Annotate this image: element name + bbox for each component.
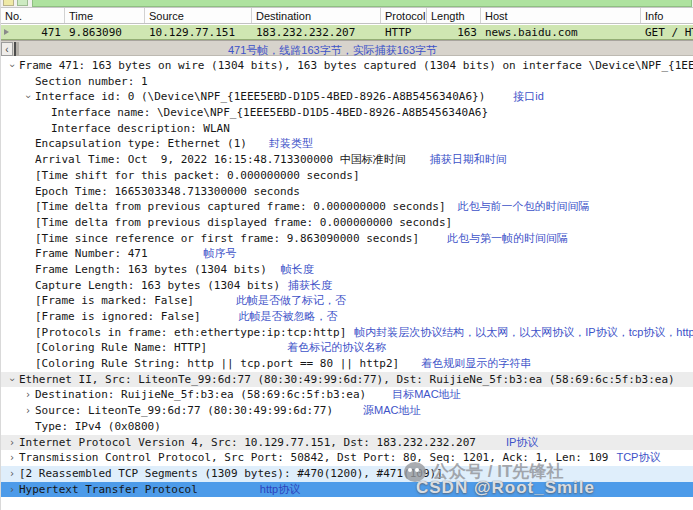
detail-row[interactable]: Interface name: \Device\NPF_{1EEE5EBD-D1…: [1, 105, 693, 121]
detail-text: [Time delta from previous captured frame…: [35, 199, 446, 215]
detail-row[interactable]: Type: IPv4 (0x0800): [1, 419, 693, 435]
chinese-annotation: 帧内封装层次协议结构，以太网，以太网协议，IP协议，tcp协议，http协议: [354, 325, 693, 341]
chinese-annotation: http协议: [260, 482, 300, 498]
detail-text: [2 Reassembled TCP Segments (1309 bytes)…: [19, 466, 443, 482]
chinese-annotation: TCP协议: [616, 450, 660, 466]
column-header-source[interactable]: Source: [145, 8, 252, 23]
column-header-time[interactable]: Time: [65, 8, 145, 23]
chinese-annotation: 此帧是否做了标记，否: [236, 293, 346, 309]
chevron-down-icon[interactable]: ›: [4, 59, 20, 73]
selected-packet-marker-icon: [4, 29, 9, 35]
detail-row[interactable]: ›Transmission Control Protocol, Src Port…: [1, 450, 693, 466]
packet-cell-info: GET / HTT: [641, 25, 693, 39]
chinese-annotation: 帧序号: [204, 246, 237, 262]
chevron-right-icon[interactable]: ›: [5, 435, 19, 451]
chevron-down-icon[interactable]: ›: [4, 373, 20, 387]
detail-text: Internet Protocol Version 4, Src: 10.129…: [19, 435, 476, 451]
detail-row[interactable]: ›Source: LiteonTe_99:6d:77 (80:30:49:99:…: [1, 403, 693, 419]
detail-text: Interface name: \Device\NPF_{1EEE5EBD-D1…: [51, 105, 488, 121]
detail-row[interactable]: [Time shift for this packet: 0.000000000…: [1, 168, 693, 184]
detail-text: Frame Number: 471: [35, 246, 148, 262]
column-header-info[interactable]: Info: [641, 8, 693, 23]
detail-text: Epoch Time: 1665303348.713300000 seconds: [35, 184, 300, 200]
chinese-annotation: 此包与前一个包的时间间隔: [458, 199, 590, 215]
detail-row[interactable]: [Frame is marked: False]此帧是否做了标记，否: [1, 293, 693, 309]
column-header-destination[interactable]: Destination: [252, 8, 381, 23]
detail-text: [Coloring Rule Name: HTTP]: [35, 340, 207, 356]
filter-bookmark-button[interactable]: [3, 0, 14, 6]
detail-row[interactable]: Epoch Time: 1665303348.713300000 seconds: [1, 184, 693, 200]
detail-row[interactable]: Frame Length: 163 bytes (1304 bits)帧长度: [1, 262, 693, 278]
detail-row[interactable]: Arrival Time: Oct 9, 2022 16:15:48.71330…: [1, 152, 693, 168]
detail-row[interactable]: [Coloring Rule Name: HTTP]着色标记的协议名称: [1, 340, 693, 356]
detail-row[interactable]: ›Interface id: 0 (\Device\NPF_{1EEE5EBD-…: [1, 89, 693, 105]
detail-row[interactable]: ›[2 Reassembled TCP Segments (1309 bytes…: [1, 466, 693, 482]
column-header-length[interactable]: Length: [427, 8, 481, 23]
detail-row[interactable]: [Frame is ignored: False]此帧是否被忽略，否: [1, 309, 693, 325]
column-header-protocol[interactable]: Protocol: [381, 8, 427, 23]
chevron-right-icon[interactable]: ›: [5, 482, 19, 498]
detail-row[interactable]: [Time delta from previous displayed fram…: [1, 215, 693, 231]
detail-row[interactable]: ›Hypertext Transfer Protocolhttp协议: [1, 482, 693, 498]
detail-text: Interface description: WLAN: [51, 121, 230, 137]
chinese-annotation: 捕获长度: [288, 278, 332, 294]
scrollbar-thumb[interactable]: [14, 42, 19, 56]
packet-cell-host: news.baidu.com: [481, 25, 641, 39]
packet-cell-length: 163: [427, 25, 481, 39]
detail-row[interactable]: Encapsulation type: Ethernet (1)封装类型: [1, 136, 693, 152]
packet-list-row-471[interactable]: 4719.86309010.129.77.151183.232.232.207H…: [1, 25, 693, 40]
wireshark-window: No.TimeSourceDestinationProtocolLengthHo…: [0, 0, 693, 510]
display-filter-bar: [1, 0, 693, 7]
detail-text: Transmission Control Protocol, Src Port:…: [19, 450, 608, 466]
detail-row[interactable]: ›Destination: RuijieNe_5f:b3:ea (58:69:6…: [1, 387, 693, 403]
detail-text: Destination: RuijieNe_5f:b3:ea (58:69:6c…: [35, 387, 366, 403]
detail-text: Interface id: 0 (\Device\NPF_{1EEE5EBD-D…: [35, 89, 485, 105]
detail-text: [Time delta from previous displayed fram…: [35, 215, 452, 231]
detail-row[interactable]: [Protocols in frame: eth:ethertype:ip:tc…: [1, 325, 693, 341]
detail-text: Arrival Time: Oct 9, 2022 16:15:48.71330…: [35, 152, 406, 168]
chinese-annotation: 目标MAC地址: [392, 387, 460, 403]
chevron-right-icon[interactable]: ›: [5, 466, 19, 482]
chinese-annotation: 此帧是否被忽略，否: [239, 309, 338, 325]
packet-cell-protocol: HTTP: [381, 25, 427, 39]
column-header-no[interactable]: No.: [1, 8, 65, 23]
detail-text: [Frame is marked: False]: [35, 293, 194, 309]
chinese-annotation: 帧长度: [281, 262, 314, 278]
filter-history-button[interactable]: [17, 0, 28, 6]
detail-row[interactable]: [Time since reference or first frame: 9.…: [1, 231, 693, 247]
detail-text: Encapsulation type: Ethernet (1): [35, 136, 247, 152]
detail-row[interactable]: ›Internet Protocol Version 4, Src: 10.12…: [1, 435, 693, 451]
chinese-annotation: 捕获日期和时间: [430, 152, 507, 168]
detail-text: Frame 471: 163 bytes on wire (1304 bits)…: [19, 58, 693, 74]
packet-details-pane: ›Frame 471: 163 bytes on wire (1304 bits…: [1, 58, 693, 500]
packet-cell-source: 10.129.77.151: [145, 25, 252, 39]
packet-cell-time: 9.863090: [65, 25, 145, 39]
detail-text: Ethernet II, Src: LiteonTe_99:6d:77 (80:…: [19, 372, 675, 388]
packet-cell-no: 471: [1, 25, 65, 39]
detail-text: Type: IPv4 (0x0800): [35, 419, 161, 435]
detail-text: [Frame is ignored: False]: [35, 309, 201, 325]
detail-row[interactable]: Section number: 1: [1, 74, 693, 90]
chevron-right-icon[interactable]: ›: [21, 403, 35, 419]
detail-row[interactable]: ›Frame 471: 163 bytes on wire (1304 bits…: [1, 58, 693, 74]
detail-row[interactable]: Frame Number: 471帧序号: [1, 246, 693, 262]
detail-text: Frame Length: 163 bytes (1304 bits): [35, 262, 267, 278]
detail-row[interactable]: Interface description: WLAN: [1, 121, 693, 137]
chinese-annotation: IP协议: [506, 435, 538, 451]
detail-row[interactable]: [Coloring Rule String: http || tcp.port …: [1, 356, 693, 372]
chevron-right-icon[interactable]: ›: [21, 387, 35, 403]
detail-text: [Time since reference or first frame: 9.…: [35, 231, 419, 247]
chevron-right-icon[interactable]: ›: [5, 450, 19, 466]
detail-row[interactable]: ›Ethernet II, Src: LiteonTe_99:6d:77 (80…: [1, 372, 693, 388]
detail-row[interactable]: Capture Length: 163 bytes (1304 bits)捕获长…: [1, 278, 693, 294]
detail-text: [Coloring Rule String: http || tcp.port …: [35, 356, 399, 372]
scroll-left-button[interactable]: ‹: [1, 42, 13, 56]
detail-text: Hypertext Transfer Protocol: [19, 482, 198, 498]
detail-row[interactable]: [Time delta from previous captured frame…: [1, 199, 693, 215]
chinese-annotation: 着色规则显示的字符串: [421, 356, 531, 372]
chinese-annotation: 封装类型: [269, 136, 313, 152]
chinese-annotation: 接口id: [513, 89, 544, 105]
chevron-down-icon[interactable]: ›: [20, 90, 36, 104]
display-filter-input[interactable]: [32, 0, 692, 7]
column-header-host[interactable]: Host: [481, 8, 641, 23]
